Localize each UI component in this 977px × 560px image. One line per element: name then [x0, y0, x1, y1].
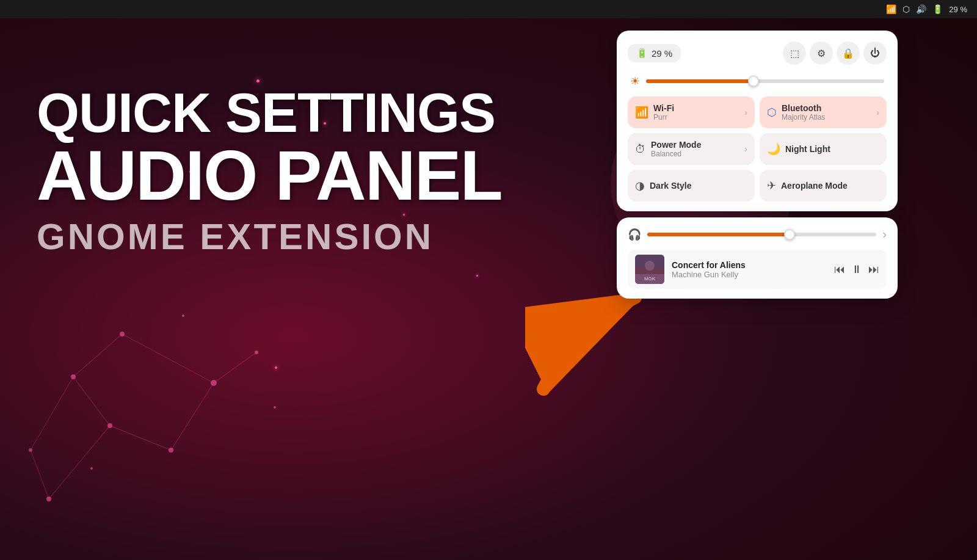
now-playing-art: MGK: [635, 255, 664, 284]
svg-line-8: [31, 377, 73, 450]
pause-btn[interactable]: ⏸: [851, 263, 862, 276]
battery-badge: 🔋 29 %: [628, 44, 681, 62]
night-light-label: Night Light: [785, 144, 879, 154]
svg-line-0: [49, 426, 110, 499]
svg-line-6: [122, 334, 214, 383]
svg-line-4: [73, 377, 110, 426]
qs-top-icons: ⬚ ⚙ 🔒 ⏻: [783, 42, 887, 65]
qs-top-row: 🔋 29 % ⬚ ⚙ 🔒 ⏻: [628, 42, 887, 65]
night-light-toggle[interactable]: 🌙 Night Light: [760, 133, 887, 165]
svg-point-12: [211, 380, 217, 386]
battery-topbar-icon: 🔋: [932, 4, 943, 14]
lock-btn[interactable]: 🔒: [837, 42, 860, 65]
bluetooth-toggle-label: Bluetooth: [782, 103, 871, 113]
dark-style-icon: ◑: [635, 179, 645, 192]
bluetooth-toggle-text: Bluetooth Majority Atlas: [782, 103, 871, 122]
power-mode-sub: Balanced: [651, 150, 739, 158]
audio-expand-arrow[interactable]: ›: [882, 227, 887, 241]
svg-point-10: [107, 423, 112, 428]
svg-point-24: [645, 261, 655, 271]
settings-btn[interactable]: ⚙: [810, 42, 833, 65]
now-playing-info: Concert for Aliens Machine Gun Kelly: [672, 260, 827, 279]
wifi-toggle-sub: Purr: [653, 113, 739, 122]
brightness-row: ☀: [628, 75, 887, 88]
bluetooth-topbar-icon: ⬡: [903, 4, 910, 14]
qs-lower-panel: 🎧 › MGK Concert for Aliens: [617, 217, 898, 299]
dark-style-label: Dark Style: [650, 181, 747, 191]
aeroplane-text: Aeroplane Mode: [781, 181, 879, 191]
power-mode-arrow: ›: [744, 144, 747, 154]
quick-settings-panel: 🔋 29 % ⬚ ⚙ 🔒 ⏻ ☀ 📶 Wi-Fi: [617, 31, 898, 299]
now-playing-card: MGK Concert for Aliens Machine Gun Kelly…: [628, 250, 887, 289]
night-light-text: Night Light: [785, 144, 879, 154]
wifi-toggle-icon: 📶: [635, 106, 648, 119]
bluetooth-toggle-icon: ⬡: [767, 106, 777, 119]
bluetooth-toggle-arrow: ›: [876, 107, 879, 117]
svg-point-13: [255, 351, 258, 354]
night-light-icon: 🌙: [767, 142, 780, 156]
power-mode-label: Power Mode: [651, 140, 739, 150]
prev-btn[interactable]: ⏮: [834, 263, 845, 276]
now-playing-artist: Machine Gun Kelly: [672, 270, 827, 279]
headphone-icon: 🎧: [628, 228, 641, 241]
battery-topbar-label: 29 %: [949, 5, 967, 14]
now-playing-controls: ⏮ ⏸ ⏭: [834, 263, 879, 276]
svg-line-3: [214, 352, 256, 383]
svg-point-11: [169, 448, 173, 453]
audio-slider-fill: [647, 233, 790, 236]
next-btn[interactable]: ⏭: [868, 263, 879, 276]
audio-slider-row: 🎧 ›: [628, 227, 887, 241]
svg-point-16: [29, 448, 32, 452]
main-title-area: QUICK SETTINGS AUDIO PANEL GNOME EXTENSI…: [37, 85, 502, 258]
svg-line-7: [31, 450, 49, 499]
svg-point-9: [46, 496, 51, 501]
title-line2: AUDIO PANEL: [37, 140, 502, 211]
qs-toggles-grid: 📶 Wi-Fi Purr › ⬡ Bluetooth Majority Atla…: [628, 96, 887, 202]
brightness-slider-fill: [646, 79, 754, 83]
wifi-toggle-label: Wi-Fi: [653, 103, 739, 113]
topbar: 📶 ⬡ 🔊 🔋 29 %: [0, 0, 977, 18]
svg-line-5: [73, 334, 122, 377]
power-mode-text: Power Mode Balanced: [651, 140, 739, 158]
wifi-toggle-arrow: ›: [744, 107, 747, 117]
battery-badge-icon: 🔋: [636, 48, 648, 59]
aeroplane-icon: ✈: [767, 179, 776, 192]
svg-point-19: [90, 467, 93, 470]
brightness-slider-track[interactable]: [646, 79, 884, 83]
title-line3: GNOME EXTENSION: [37, 216, 502, 258]
svg-point-18: [274, 406, 276, 409]
svg-point-17: [182, 315, 184, 317]
power-mode-icon: ⏱: [635, 143, 646, 156]
wifi-toggle[interactable]: 📶 Wi-Fi Purr ›: [628, 96, 755, 128]
now-playing-title: Concert for Aliens: [672, 260, 827, 270]
volume-topbar-icon: 🔊: [916, 4, 926, 14]
wifi-toggle-text: Wi-Fi Purr: [653, 103, 739, 122]
power-mode-toggle[interactable]: ⏱ Power Mode Balanced ›: [628, 133, 755, 165]
bluetooth-toggle[interactable]: ⬡ Bluetooth Majority Atlas ›: [760, 96, 887, 128]
brightness-slider-thumb: [748, 76, 759, 87]
svg-text:MGK: MGK: [644, 276, 656, 282]
star-dot-5: [275, 366, 277, 369]
battery-badge-label: 29 %: [652, 48, 672, 59]
qs-upper-panel: 🔋 29 % ⬚ ⚙ 🔒 ⏻ ☀ 📶 Wi-Fi: [617, 31, 898, 211]
svg-line-2: [171, 383, 214, 450]
audio-slider-thumb: [784, 229, 795, 240]
screenshot-btn[interactable]: ⬚: [783, 42, 806, 65]
power-btn[interactable]: ⏻: [863, 42, 887, 65]
wifi-topbar-icon: 📶: [886, 4, 896, 14]
title-line1: QUICK SETTINGS: [37, 85, 502, 140]
bluetooth-toggle-sub: Majority Atlas: [782, 113, 871, 122]
audio-slider-track[interactable]: [647, 233, 876, 236]
star-dot-4: [476, 275, 478, 277]
aeroplane-toggle[interactable]: ✈ Aeroplane Mode: [760, 170, 887, 202]
dark-style-text: Dark Style: [650, 181, 747, 191]
svg-point-14: [71, 374, 76, 379]
dark-style-toggle[interactable]: ◑ Dark Style: [628, 170, 755, 202]
svg-line-1: [110, 426, 171, 450]
brightness-icon: ☀: [630, 75, 640, 88]
aeroplane-label: Aeroplane Mode: [781, 181, 879, 191]
svg-point-15: [120, 332, 125, 336]
